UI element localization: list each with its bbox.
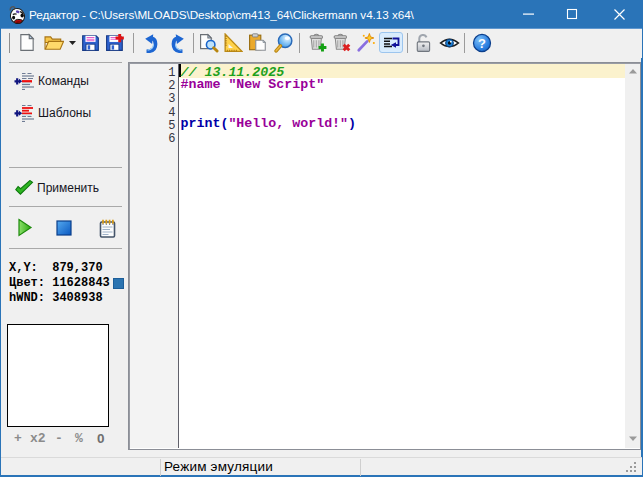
svg-text:?: ? [478, 36, 486, 51]
